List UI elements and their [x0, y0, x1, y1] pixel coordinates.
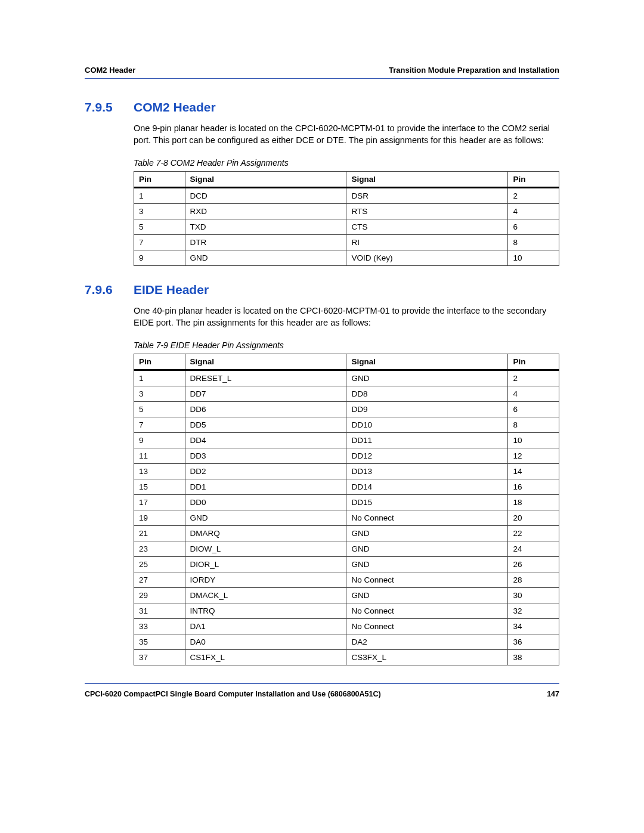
table-cell: DD12	[346, 448, 508, 464]
table-cell: DTR	[185, 235, 346, 250]
table-body: 1DRESET_LGND23DD7DD845DD6DD967DD5DD1089D…	[134, 370, 559, 665]
col-header: Pin	[508, 172, 559, 188]
table-header-row: Pin Signal Signal Pin	[134, 172, 559, 188]
table-cell: 34	[508, 619, 559, 634]
table-cell: 35	[134, 634, 185, 650]
section-body-796: One 40-pin planar header is located on t…	[134, 305, 559, 329]
table-cell: 2	[508, 188, 559, 204]
table-cell: DD9	[346, 402, 508, 417]
table-cell: 10	[508, 250, 559, 266]
table-78: Pin Signal Signal Pin 1DCDDSR23RXDRTS45T…	[134, 171, 559, 266]
table-cell: GND	[346, 370, 508, 386]
section-body-795: One 9-pin planar header is located on th…	[134, 123, 559, 146]
table-cell: DD7	[185, 386, 346, 402]
header-right: Transition Module Preparation and Instal…	[389, 66, 559, 75]
table-cell: 21	[134, 526, 185, 541]
table-cell: 33	[134, 619, 185, 634]
table-row: 29DMACK_LGND30	[134, 588, 559, 603]
table-row: 35DA0DA236	[134, 634, 559, 650]
table-cell: No Connect	[346, 603, 508, 619]
table-row: 31INTRQNo Connect32	[134, 603, 559, 619]
table-cell: CS1FX_L	[185, 650, 346, 665]
table-cell: DD10	[346, 417, 508, 433]
table-body: 1DCDDSR23RXDRTS45TXDCTS67DTRRI89GNDVOID …	[134, 188, 559, 266]
table-row: 7DD5DD108	[134, 417, 559, 433]
table-cell: DCD	[185, 188, 346, 204]
table-cell: 8	[508, 235, 559, 250]
table-cell: DD14	[346, 479, 508, 495]
table-cell: 4	[508, 204, 559, 219]
table-row: 13DD2DD1314	[134, 464, 559, 479]
section-title: COM2 Header	[134, 100, 216, 114]
table-row: 5DD6DD96	[134, 402, 559, 417]
table-cell: 9	[134, 433, 185, 448]
col-header: Signal	[185, 172, 346, 188]
table-cell: IORDY	[185, 572, 346, 588]
table-caption-79: Table 7-9 EIDE Header Pin Assignments	[134, 340, 559, 350]
table-cell: DD5	[185, 417, 346, 433]
table-row: 21DMARQGND22	[134, 526, 559, 541]
table-row: 11DD3DD1212	[134, 448, 559, 464]
table-cell: GND	[346, 526, 508, 541]
table-cell: DIOR_L	[185, 557, 346, 572]
table-cell: CS3FX_L	[346, 650, 508, 665]
table-cell: 3	[134, 204, 185, 219]
table-cell: DD8	[346, 386, 508, 402]
table-caption-78: Table 7-8 COM2 Header Pin Assignments	[134, 158, 559, 168]
table-cell: 24	[508, 541, 559, 557]
table-cell: DD3	[185, 448, 346, 464]
table-cell: 10	[508, 433, 559, 448]
table-cell: 29	[134, 588, 185, 603]
table-cell: DD4	[185, 433, 346, 448]
table-cell: 38	[508, 650, 559, 665]
section-heading-796: 7.9.6 EIDE Header	[85, 283, 559, 297]
table-79: Pin Signal Signal Pin 1DRESET_LGND23DD7D…	[134, 354, 559, 665]
table-cell: RXD	[185, 204, 346, 219]
table-cell: 1	[134, 188, 185, 204]
footer-left: CPCI-6020 CompactPCI Single Board Comput…	[85, 690, 381, 698]
section-title: EIDE Header	[134, 283, 209, 297]
table-cell: 37	[134, 650, 185, 665]
col-header: Pin	[508, 354, 559, 370]
table-cell: DIOW_L	[185, 541, 346, 557]
running-footer: CPCI-6020 CompactPCI Single Board Comput…	[85, 683, 559, 698]
table-cell: 2	[508, 370, 559, 386]
table-cell: DSR	[346, 188, 508, 204]
table-cell: GND	[346, 541, 508, 557]
table-cell: DD13	[346, 464, 508, 479]
running-header: COM2 Header Transition Module Preparatio…	[85, 66, 559, 79]
table-cell: 13	[134, 464, 185, 479]
table-cell: GND	[346, 588, 508, 603]
table-cell: 3	[134, 386, 185, 402]
table-cell: DMARQ	[185, 526, 346, 541]
table-cell: DD11	[346, 433, 508, 448]
table-cell: 5	[134, 219, 185, 235]
table-cell: DA1	[185, 619, 346, 634]
table-cell: DD2	[185, 464, 346, 479]
col-header: Pin	[134, 354, 185, 370]
table-cell: 6	[508, 402, 559, 417]
table-cell: 32	[508, 603, 559, 619]
table-row: 3RXDRTS4	[134, 204, 559, 219]
table-header-row: Pin Signal Signal Pin	[134, 354, 559, 370]
table-cell: 25	[134, 557, 185, 572]
table-cell: DMACK_L	[185, 588, 346, 603]
table-cell: VOID (Key)	[346, 250, 508, 266]
table-cell: 8	[508, 417, 559, 433]
table-cell: No Connect	[346, 572, 508, 588]
table-cell: RI	[346, 235, 508, 250]
table-cell: 14	[508, 464, 559, 479]
table-cell: 18	[508, 495, 559, 510]
table-cell: 15	[134, 479, 185, 495]
section-number: 7.9.5	[85, 100, 134, 114]
table-cell: DRESET_L	[185, 370, 346, 386]
table-cell: DD15	[346, 495, 508, 510]
col-header: Signal	[185, 354, 346, 370]
table-cell: DD0	[185, 495, 346, 510]
col-header: Pin	[134, 172, 185, 188]
table-row: 17DD0DD1518	[134, 495, 559, 510]
table-cell: GND	[185, 250, 346, 266]
table-cell: No Connect	[346, 619, 508, 634]
table-cell: 30	[508, 588, 559, 603]
table-row: 33DA1No Connect34	[134, 619, 559, 634]
